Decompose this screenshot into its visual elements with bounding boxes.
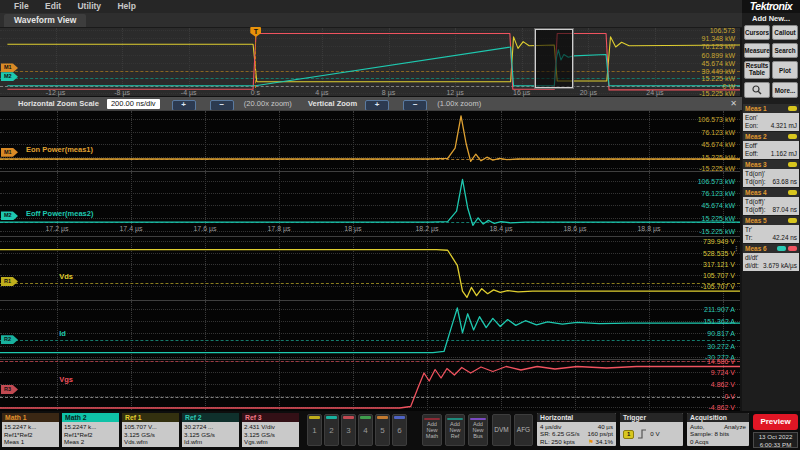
axis-label-y: 106.573 kW <box>698 116 735 123</box>
bottom-bar: Math 115.2247 k...Ref1*Ref2Meas 1Math 21… <box>0 411 800 450</box>
channel-button-5[interactable]: 5 <box>375 414 390 446</box>
tektronix-logo: Tektronix <box>742 0 800 13</box>
meas-row: di/dt:3.679 kA/µs <box>745 262 797 270</box>
axis-label-time: 18.6 µs <box>563 225 586 232</box>
trace-vgs <box>0 360 740 410</box>
channel-button-1[interactable]: 1 <box>307 414 322 446</box>
meas-source-badge <box>788 218 797 223</box>
splitter-handle[interactable]: ⁝ <box>735 246 741 264</box>
axis-label-time: 17.6 µs <box>193 225 216 232</box>
v-zoom-label: Vertical Zoom <box>308 99 357 108</box>
trigger-panel[interactable]: Trigger 1 0 V <box>620 413 683 446</box>
zoom-panel-vds[interactable]: 739.949 V528.535 V317.121 V105.707 V-105… <box>0 236 740 300</box>
close-zoom-icon[interactable]: ✕ <box>730 97 737 110</box>
measure-button[interactable]: Measure <box>744 43 770 58</box>
axis-label-y: 60.899 kW <box>702 52 735 59</box>
horizontal-title: Horizontal <box>537 413 616 422</box>
zoom-selection-box[interactable] <box>535 29 573 88</box>
h-zoom-scale-input[interactable]: 200.00 ns/div <box>107 99 160 109</box>
meas-card[interactable]: Meas 6di/dt'di/dt:3.679 kA/µs <box>743 244 799 271</box>
channel-button-4[interactable]: 4 <box>358 414 373 446</box>
channel-number: 3 <box>342 426 355 435</box>
meas-card-header: Meas 5 <box>743 216 799 225</box>
axis-label-y: 76.123 kW <box>702 129 735 136</box>
meas-title: Meas 6 <box>745 244 767 253</box>
zoom-panel-vgs[interactable]: 14.586 V9.724 V4.862 V0 V-4.862 VR3Vgs <box>0 359 740 410</box>
meas-card-header: Meas 2 <box>743 132 799 141</box>
zoom-tool-button[interactable] <box>744 82 770 98</box>
axis-label-y: 105.707 V <box>703 272 735 279</box>
overview-plot[interactable]: 106.57391.348 kW76.123 kW60.899 kW45.674… <box>0 28 740 97</box>
zoom-waveform-area[interactable]: 106.573 kW76.123 kW45.674 kW15.225 kW-15… <box>0 110 740 411</box>
tab-waveform-view[interactable]: Waveform View <box>4 14 86 27</box>
acq-mode: Auto, <box>690 423 704 430</box>
callout-button[interactable]: Callout <box>772 25 798 40</box>
trigger-level: 0 V <box>650 430 659 437</box>
meas-card-header: Meas 1 <box>743 104 799 113</box>
horizontal-panel[interactable]: Horizontal 4 µs/div40 µs SR: 6.25 GS/s16… <box>537 413 616 446</box>
results-table-button[interactable]: Results Table <box>744 61 770 79</box>
channel-button-3[interactable]: 3 <box>341 414 356 446</box>
footer-badge-line: 15.2247 k... <box>64 423 117 431</box>
zoom-panel-eon-power[interactable]: 106.573 kW76.123 kW45.674 kW15.225 kW-15… <box>0 110 740 171</box>
footer-badge-ref-2[interactable]: Ref 230.2724 ...3.125 GS/sId.wfm <box>182 413 239 447</box>
meas-card[interactable]: Meas 2Eoff'Eoff:1.162 mJ <box>743 132 799 159</box>
more-button[interactable]: More... <box>772 82 798 98</box>
axis-label-y: 0 W <box>723 83 735 90</box>
footer-badge-line: Ref1*Ref2 <box>64 431 117 439</box>
meas-card[interactable]: Meas 3Td(on)'Td(on):63.68 ns <box>743 160 799 187</box>
axis-label-time: 17.2 µs <box>45 225 68 232</box>
axis-label-y: 9.724 V <box>711 369 735 376</box>
zoom-panel-id[interactable]: 211.907 A151.362 A90.817 A30.272 A-30.27… <box>0 300 740 359</box>
meas-row: Td(off):87.04 ns <box>745 206 797 214</box>
axis-label-y: 15.225 kW <box>702 154 735 161</box>
channel-button-6[interactable]: 6 <box>392 414 407 446</box>
afg-button[interactable]: AFG <box>514 414 533 446</box>
axis-label-time: 18 µs <box>344 225 361 232</box>
footer-badge-line: 3.125 GS/s <box>244 431 297 439</box>
channel-color-stripe <box>377 416 388 419</box>
add-new-bus-button[interactable]: AddNewBus <box>468 414 488 446</box>
meas-card[interactable]: Meas 4Td(off)'Td(off):87.04 ns <box>743 188 799 215</box>
footer-badge-math-2[interactable]: Math 215.2247 k...Ref1*Ref2Meas 2 <box>62 413 119 447</box>
meas-card[interactable]: Meas 1Eon'Eon:4.321 mJ <box>743 104 799 131</box>
preview-button[interactable]: Preview <box>753 414 798 430</box>
menu-edit[interactable]: Edit <box>45 1 61 11</box>
axis-label-y: 528.535 V <box>703 250 735 257</box>
footer-badge-math-1[interactable]: Math 115.2247 k...Ref1*Ref2Meas 1 <box>2 413 59 447</box>
footer-badge-ref-1[interactable]: Ref 1105.707 V...3.125 GS/sVds.wfm <box>122 413 179 447</box>
zoom-panel-eoff-power[interactable]: 106.573 kW76.123 kW45.674 kW15.225 kW-15… <box>0 171 740 234</box>
tab-bar: Waveform View <box>0 13 742 28</box>
footer-badge-ref-3[interactable]: Ref 32.431 V/div3.125 GS/sVgs.wfm <box>242 413 299 447</box>
meas-card[interactable]: Meas 5Tr'Tr:42.24 ns <box>743 216 799 243</box>
axis-label-y: 151.362 A <box>703 318 735 325</box>
cursors-button[interactable]: Cursors <box>744 25 770 40</box>
footer-badge-body: 15.2247 k...Ref1*Ref2Meas 1 <box>2 422 59 447</box>
channel-color-stripe <box>394 416 405 419</box>
meas-line1: Td(on)' <box>745 170 765 178</box>
meas-row: Eon:4.321 mJ <box>745 122 797 130</box>
trigger-position-line <box>255 37 256 88</box>
search-button[interactable]: Search <box>772 43 798 58</box>
add-new-math-button[interactable]: AddNewMath <box>422 414 442 446</box>
dvm-button[interactable]: DVM <box>492 414 511 446</box>
channel-button-2[interactable]: 2 <box>324 414 339 446</box>
acq-sample: Sample: 8 bits <box>690 430 746 437</box>
meas-card-header: Meas 3 <box>743 160 799 169</box>
footer-badge-line: Meas 2 <box>64 438 117 446</box>
add-new-ref-button[interactable]: AddNewRef <box>445 414 465 446</box>
acquisition-panel[interactable]: Acquisition Auto,Analyze Sample: 8 bits … <box>687 413 749 446</box>
menu-file[interactable]: File <box>14 1 29 11</box>
trigger-source-badge: 1 <box>623 430 634 439</box>
menu-utility[interactable]: Utility <box>77 1 101 11</box>
meas-line1: Tr' <box>745 226 752 234</box>
axis-label-y: 76.123 kW <box>702 190 735 197</box>
footer-badge-line: Vgs.wfm <box>244 438 297 446</box>
meas-value: 3.679 kA/µs <box>763 262 797 270</box>
position-flag-icon: ⚑ <box>588 438 594 445</box>
plot-button[interactable]: Plot <box>772 61 798 79</box>
measurement-results: Meas 1Eon'Eon:4.321 mJMeas 2Eoff'Eoff:1.… <box>743 104 799 272</box>
axis-label-y: 15.225 kW <box>702 215 735 222</box>
axis-label-y: 106.573 kW <box>698 178 735 185</box>
menu-help[interactable]: Help <box>117 1 135 11</box>
